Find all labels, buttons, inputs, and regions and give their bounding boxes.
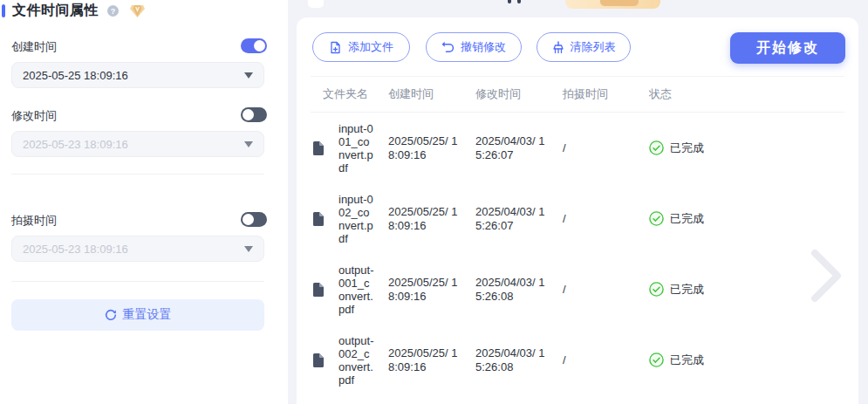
cell-folder-name: output-002_convert.pdf	[338, 334, 388, 387]
cell-shot-time: /	[563, 283, 649, 296]
cell-create-time: 2025/05/25/ 18:09:16	[388, 134, 475, 162]
undo-icon	[441, 41, 455, 53]
field-label-create-time: 创建时间	[11, 39, 57, 55]
date-picker-create-time[interactable]: 2025-05-25 18:09:16	[11, 62, 264, 88]
banner-button-partial[interactable]	[600, 0, 639, 6]
cell-create-time: 2025/05/25/ 18:09:16	[388, 276, 475, 304]
toggle-knob	[254, 40, 265, 51]
file-icon	[312, 283, 324, 297]
panel-title: 文件时间属性	[12, 2, 99, 20]
add-file-button[interactable]: 添加文件	[312, 32, 410, 62]
chevron-down-icon	[244, 141, 253, 147]
next-page-arrow-icon[interactable]	[808, 248, 844, 304]
cell-shot-time: /	[563, 141, 649, 154]
table-row[interactable]: input-001_convert.pdf 2025/05/25/ 18:09:…	[297, 113, 858, 183]
file-icon	[312, 141, 324, 155]
table-row[interactable]: output-001_convert.pdf 2025/05/25/ 18:09…	[297, 254, 858, 325]
status-badge: 已完成	[670, 140, 704, 156]
column-header-create-time: 创建时间	[388, 86, 475, 102]
column-header-shot-time: 拍摄时间	[563, 86, 649, 102]
undo-changes-button[interactable]: 撤销修改	[426, 32, 522, 62]
file-table-body: input-001_convert.pdf 2025/05/25/ 18:09:…	[297, 113, 858, 404]
file-add-icon	[329, 41, 342, 54]
toggle-create-time[interactable]	[241, 38, 267, 53]
settings-panel: 文件时间属性 ? 创建时间 2025-05-25 18:09:16 修改时间 2…	[0, 0, 288, 404]
file-list-card: 添加文件 撤销修改 清除列表 开始修改	[297, 17, 858, 404]
field-label-modify-time: 修改时间	[11, 108, 57, 124]
date-value: 2025-05-23 18:09:16	[23, 138, 128, 151]
cell-shot-time: /	[563, 212, 649, 225]
cropped-toolbar-chip	[308, 0, 324, 8]
broom-icon	[552, 41, 564, 54]
vip-gem-icon	[129, 4, 146, 18]
date-picker-shot-time[interactable]: 2025-05-23 18:09:16	[11, 236, 264, 262]
table-row[interactable]: output-002_convert.pdf 2025/05/25/ 18:09…	[297, 325, 858, 395]
toggle-shot-time[interactable]	[241, 212, 267, 227]
cell-modify-time: 2025/04/03/ 15:26:08	[475, 346, 563, 374]
main-region: 添加文件 撤销修改 清除列表 开始修改	[288, 0, 868, 404]
divider	[11, 281, 264, 282]
field-label-shot-time: 拍摄时间	[11, 213, 57, 229]
check-circle-icon	[649, 140, 664, 155]
divider	[11, 174, 264, 175]
cropped-text-fragment	[508, 0, 521, 3]
toggle-knob	[243, 109, 254, 120]
app-window: 文件时间属性 ? 创建时间 2025-05-25 18:09:16 修改时间 2…	[0, 0, 868, 404]
reset-label: 重置设置	[123, 307, 172, 323]
cell-create-time: 2025/05/25/ 18:09:16	[388, 205, 475, 233]
check-circle-icon	[649, 282, 664, 297]
column-header-folder-name: 文件夹名	[312, 86, 388, 102]
date-value: 2025-05-23 18:09:16	[23, 243, 128, 256]
column-header-modify-time: 修改时间	[475, 86, 563, 102]
start-modify-button[interactable]: 开始修改	[730, 32, 845, 64]
file-icon	[312, 212, 324, 226]
toggle-modify-time[interactable]	[241, 107, 267, 122]
refresh-icon	[105, 309, 117, 321]
chevron-down-icon	[244, 246, 253, 252]
file-icon	[312, 353, 324, 367]
cell-modify-time: 2025/04/03/ 15:26:07	[475, 134, 563, 162]
date-value: 2025-05-25 18:09:16	[23, 69, 128, 82]
panel-header: 文件时间属性 ?	[2, 2, 146, 20]
clear-list-button[interactable]: 清除列表	[537, 32, 631, 62]
check-circle-icon	[649, 211, 664, 226]
add-file-label: 添加文件	[348, 39, 393, 55]
status-badge: 已完成	[670, 211, 704, 227]
cell-modify-time: 2025/04/03/ 15:26:07	[475, 205, 563, 233]
column-header-status: 状态	[649, 86, 858, 102]
clear-list-label: 清除列表	[571, 39, 616, 55]
date-picker-modify-time[interactable]: 2025-05-23 18:09:16	[11, 131, 264, 157]
cell-folder-name: input-001_convert.pdf	[338, 122, 388, 175]
status-badge: 已完成	[670, 353, 704, 368]
toggle-knob	[243, 214, 254, 225]
cell-shot-time: /	[563, 353, 649, 366]
title-accent-bar	[2, 4, 5, 17]
undo-changes-label: 撤销修改	[461, 39, 506, 55]
status-badge: 已完成	[670, 282, 704, 298]
check-circle-icon	[649, 353, 664, 367]
cell-folder-name: output-001_convert.pdf	[338, 264, 388, 316]
table-row[interactable]: input-002_convert.pdf 2025/05/25/ 18:09:…	[297, 183, 858, 254]
help-icon[interactable]: ?	[107, 5, 119, 17]
chevron-down-icon	[244, 72, 253, 79]
table-header: 文件夹名 创建时间 修改时间 拍摄时间 状态	[297, 77, 858, 112]
top-banner-partial	[565, 0, 660, 9]
reset-settings-button[interactable]: 重置设置	[11, 299, 264, 331]
cell-folder-name: input-002_convert.pdf	[338, 193, 388, 245]
cell-modify-time: 2025/04/03/ 15:26:08	[475, 276, 563, 304]
cell-create-time: 2025/05/25/ 18:09:16	[388, 346, 475, 374]
